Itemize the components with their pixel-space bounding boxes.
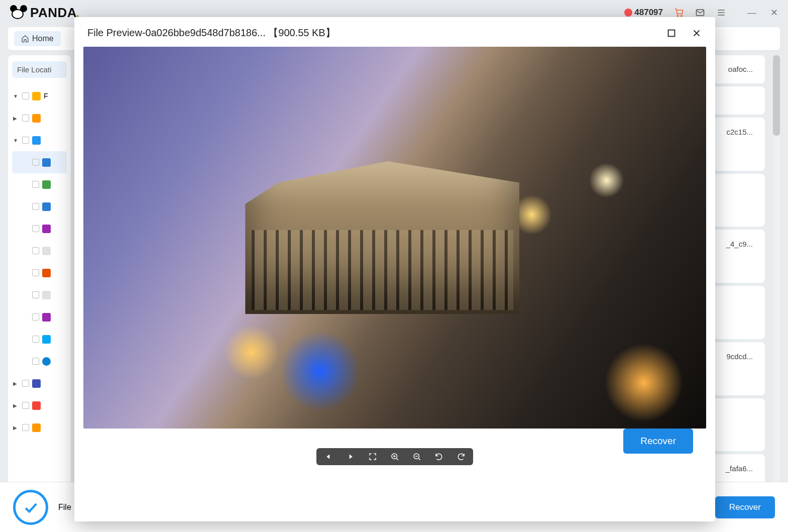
docx-icon <box>42 158 51 167</box>
panda-icon <box>10 5 27 20</box>
edge-icon <box>42 357 51 366</box>
xlsx-icon <box>42 180 51 189</box>
checkbox[interactable] <box>32 269 39 276</box>
tree-item[interactable] <box>12 218 67 240</box>
home-icon <box>21 35 29 43</box>
svg-point-1 <box>681 15 683 16</box>
checkbox[interactable] <box>32 358 39 365</box>
cart-icon[interactable] <box>674 8 684 18</box>
tree-item[interactable] <box>12 151 67 173</box>
fullscreen-icon[interactable] <box>367 451 379 463</box>
menu-icon[interactable] <box>716 8 726 18</box>
breadcrumb-home[interactable]: Home <box>14 31 61 46</box>
tree-item[interactable] <box>12 284 67 306</box>
svg-point-0 <box>677 15 679 16</box>
caret-icon: ▼ <box>13 93 19 99</box>
tree-item[interactable]: ▶ <box>12 416 67 439</box>
rotate-right-icon[interactable] <box>455 451 467 463</box>
checkbox[interactable] <box>32 291 39 298</box>
next-icon[interactable] <box>345 451 357 463</box>
scan-complete-icon <box>13 490 48 525</box>
coin-count: 487097 <box>634 8 663 18</box>
tree-item[interactable] <box>12 328 67 350</box>
prev-icon[interactable] <box>322 451 334 463</box>
caret-icon: ▶ <box>13 403 19 408</box>
scrollbar-thumb[interactable] <box>773 55 780 136</box>
checkbox[interactable] <box>22 92 29 99</box>
tree-item[interactable] <box>12 350 67 372</box>
tree-item[interactable] <box>12 240 67 262</box>
checkbox[interactable] <box>22 115 29 122</box>
dialog-header: File Preview-0a026bbe9d548d7b8186... 【90… <box>74 17 715 47</box>
dialog-window-controls <box>666 28 702 39</box>
checkbox[interactable] <box>32 203 39 210</box>
checkbox[interactable] <box>22 424 29 431</box>
file-tree: ▼F▶▼▶▶▶ <box>12 85 67 439</box>
coin-icon <box>624 9 632 17</box>
file-preview-dialog: File Preview-0a026bbe9d548d7b8186... 【90… <box>74 17 715 521</box>
tree-item[interactable] <box>12 173 67 195</box>
sidebar: File Locati ▼F▶▼▶▶▶ <box>8 55 71 507</box>
window-minimize[interactable]: — <box>747 8 756 18</box>
header-actions: 487097 — ✕ <box>624 7 778 18</box>
tree-label: F <box>44 92 48 100</box>
purple-icon <box>42 313 51 322</box>
scrollbar[interactable] <box>773 55 780 507</box>
docx-icon <box>42 202 51 211</box>
checkbox[interactable] <box>32 181 39 188</box>
tree-item[interactable]: ▶ <box>12 394 67 416</box>
tree-item[interactable]: ▶ <box>12 107 67 129</box>
checkbox[interactable] <box>32 313 39 321</box>
checkbox[interactable] <box>22 137 29 144</box>
purple-icon <box>42 225 51 233</box>
tree-item[interactable]: ▼F <box>12 85 67 107</box>
image-toolbar <box>316 448 473 465</box>
caret-icon: ▶ <box>13 116 19 121</box>
vid-icon <box>32 379 41 388</box>
zoom-in-icon[interactable] <box>389 451 401 463</box>
status-text: File <box>58 503 71 512</box>
app-name: PANDA. <box>30 5 80 21</box>
tree-item[interactable]: ▶ <box>12 372 67 394</box>
checkbox[interactable] <box>22 402 29 409</box>
rotate-left-icon[interactable] <box>433 451 445 463</box>
preview-body: Recover <box>74 47 715 521</box>
svg-rect-3 <box>668 30 675 36</box>
app-logo: PANDA. <box>10 5 80 21</box>
recover-button-main[interactable]: Recover <box>715 496 775 518</box>
dialog-close[interactable] <box>691 28 702 39</box>
file-icon <box>42 291 51 299</box>
caret-icon: ▶ <box>13 381 19 386</box>
checkbox[interactable] <box>32 225 39 232</box>
checkbox[interactable] <box>22 380 29 387</box>
file-location-tab[interactable]: File Locati <box>12 61 67 78</box>
recover-button[interactable]: Recover <box>623 429 693 454</box>
img-icon <box>42 335 51 344</box>
mail-icon[interactable] <box>695 8 705 18</box>
tree-item[interactable] <box>12 195 67 218</box>
orange-icon <box>32 423 41 432</box>
checkbox[interactable] <box>32 247 39 254</box>
zoom-out-icon[interactable] <box>411 451 423 463</box>
checkbox[interactable] <box>32 336 39 343</box>
ppt-icon <box>42 269 51 277</box>
preview-image <box>83 47 706 429</box>
aud-icon <box>32 401 41 410</box>
dialog-maximize[interactable] <box>666 28 677 39</box>
tree-item[interactable]: ▼ <box>12 129 67 151</box>
tree-item[interactable] <box>12 306 67 328</box>
window-close[interactable]: ✕ <box>770 7 778 18</box>
caret-icon: ▶ <box>13 425 19 431</box>
folder-icon <box>32 92 41 100</box>
file-icon <box>42 247 51 255</box>
coin-balance[interactable]: 487097 <box>624 8 663 18</box>
checkbox[interactable] <box>32 159 39 166</box>
orange-icon <box>32 114 41 123</box>
dialog-title: File Preview-0a026bbe9d548d7b8186... 【90… <box>87 26 335 40</box>
cloud-icon <box>32 136 41 145</box>
breadcrumb-home-label: Home <box>32 34 54 43</box>
caret-icon: ▼ <box>13 138 19 143</box>
tree-item[interactable] <box>12 262 67 284</box>
